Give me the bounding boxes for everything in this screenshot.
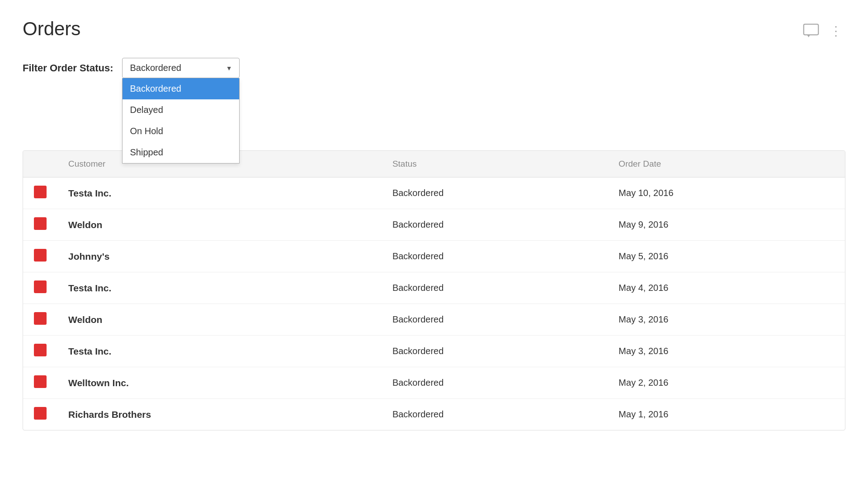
table-row[interactable]: Welltown Inc.BackorderedMay 2, 2016 (23, 367, 845, 399)
row-customer-name: Testa Inc. (57, 272, 382, 304)
row-status-indicator-cell (23, 336, 57, 367)
row-status: Backordered (382, 367, 608, 399)
dropdown-option-backordered[interactable]: Backordered (123, 78, 239, 99)
table-row[interactable]: WeldonBackorderedMay 9, 2016 (23, 209, 845, 241)
filter-order-status-dropdown[interactable]: Backordered ▼ (122, 58, 240, 78)
row-status: Backordered (382, 399, 608, 430)
filter-label: Filter Order Status: (23, 62, 113, 74)
row-order-date: May 1, 2016 (608, 399, 845, 430)
orders-table-container: Customer Status Order Date Testa Inc.Bac… (23, 150, 845, 430)
row-order-date: May 2, 2016 (608, 367, 845, 399)
row-status: Backordered (382, 241, 608, 272)
row-order-date: May 10, 2016 (608, 178, 845, 209)
row-status-indicator-cell (23, 272, 57, 304)
status-indicator-icon (34, 217, 47, 230)
dropdown-option-shipped[interactable]: Shipped (123, 142, 239, 163)
row-status: Backordered (382, 209, 608, 241)
row-status: Backordered (382, 272, 608, 304)
row-customer-name: Weldon (57, 304, 382, 336)
row-status-indicator-cell (23, 399, 57, 430)
dropdown-option-on-hold[interactable]: On Hold (123, 121, 239, 142)
chevron-down-icon: ▼ (226, 65, 232, 72)
table-row[interactable]: Johnny'sBackorderedMay 5, 2016 (23, 241, 845, 272)
chat-icon (803, 23, 819, 39)
row-order-date: May 5, 2016 (608, 241, 845, 272)
row-customer-name: Weldon (57, 209, 382, 241)
status-indicator-icon (34, 249, 47, 262)
status-indicator-icon (34, 375, 47, 388)
row-order-date: May 9, 2016 (608, 209, 845, 241)
col-header-status: Status (382, 151, 608, 178)
row-customer-name: Johnny's (57, 241, 382, 272)
row-customer-name: Richards Brothers (57, 399, 382, 430)
table-row[interactable]: Richards BrothersBackorderedMay 1, 2016 (23, 399, 845, 430)
chat-icon-button[interactable] (802, 22, 820, 40)
page-header: Orders ⋮ (23, 18, 845, 40)
more-options-button[interactable]: ⋮ (827, 22, 845, 40)
filter-section: Filter Order Status: Backordered ▼ Backo… (23, 58, 845, 78)
row-order-date: May 3, 2016 (608, 304, 845, 336)
status-indicator-icon (34, 407, 47, 420)
col-header-indicator (23, 151, 57, 178)
col-header-order-date: Order Date (608, 151, 845, 178)
dropdown-menu: Backordered Delayed On Hold Shipped (122, 78, 240, 164)
row-customer-name: Welltown Inc. (57, 367, 382, 399)
table-row[interactable]: Testa Inc.BackorderedMay 10, 2016 (23, 178, 845, 209)
status-indicator-icon (34, 186, 47, 198)
status-indicator-icon (34, 312, 47, 325)
row-status-indicator-cell (23, 367, 57, 399)
more-icon: ⋮ (830, 23, 843, 38)
row-status-indicator-cell (23, 178, 57, 209)
row-customer-name: Testa Inc. (57, 336, 382, 367)
row-status-indicator-cell (23, 241, 57, 272)
row-status: Backordered (382, 336, 608, 367)
row-status-indicator-cell (23, 209, 57, 241)
svg-rect-0 (804, 24, 818, 35)
row-customer-name: Testa Inc. (57, 178, 382, 209)
orders-table: Customer Status Order Date Testa Inc.Bac… (23, 151, 845, 430)
table-row[interactable]: Testa Inc.BackorderedMay 4, 2016 (23, 272, 845, 304)
header-icons: ⋮ (802, 22, 845, 40)
row-status: Backordered (382, 304, 608, 336)
status-indicator-icon (34, 280, 47, 293)
row-order-date: May 3, 2016 (608, 336, 845, 367)
row-order-date: May 4, 2016 (608, 272, 845, 304)
status-indicator-icon (34, 344, 47, 356)
svg-marker-1 (807, 35, 810, 37)
row-status-indicator-cell (23, 304, 57, 336)
table-body: Testa Inc.BackorderedMay 10, 2016WeldonB… (23, 178, 845, 430)
page-title: Orders (23, 18, 80, 40)
dropdown-selected-value: Backordered (130, 63, 181, 73)
filter-and-table: Filter Order Status: Backordered ▼ Backo… (23, 58, 845, 430)
table-row[interactable]: Testa Inc.BackorderedMay 3, 2016 (23, 336, 845, 367)
filter-dropdown-container: Backordered ▼ Backordered Delayed On Hol… (122, 58, 240, 78)
dropdown-option-delayed[interactable]: Delayed (123, 99, 239, 121)
row-status: Backordered (382, 178, 608, 209)
table-row[interactable]: WeldonBackorderedMay 3, 2016 (23, 304, 845, 336)
